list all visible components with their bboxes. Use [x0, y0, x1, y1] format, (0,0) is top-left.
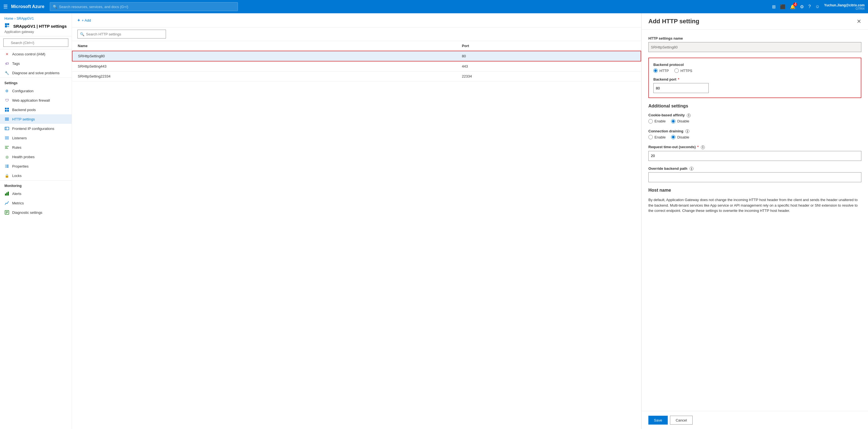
user-org: CITRIX: [824, 7, 865, 10]
panel-search-box[interactable]: 🔍: [78, 30, 166, 38]
cookie-affinity-info-icon[interactable]: ℹ: [687, 114, 691, 117]
diagnostic-icon: [4, 210, 9, 215]
drain-disable-option[interactable]: Disable: [671, 135, 689, 139]
feedback-icon[interactable]: ☺: [815, 4, 819, 9]
add-button[interactable]: + + Add: [78, 17, 91, 24]
cookie-affinity-radio-group: Enable Disable: [648, 119, 861, 123]
backend-pools-icon: [4, 107, 9, 112]
sidebar-item-label-health-probes: Health probes: [12, 155, 35, 159]
sidebar-item-http-settings[interactable]: HTTP settings: [0, 114, 72, 124]
monitoring-section-label: Monitoring: [0, 180, 72, 189]
breadcrumb-home[interactable]: Home: [4, 17, 13, 21]
protocol-https-radio[interactable]: [674, 68, 679, 73]
protocol-https-option[interactable]: HTTPS: [674, 68, 692, 73]
protocol-http-label: HTTP: [659, 69, 669, 73]
cookie-disable-radio[interactable]: [671, 119, 676, 123]
sidebar-item-tags[interactable]: 🏷 Tags: [0, 59, 72, 68]
sidebar-search-input[interactable]: [3, 38, 68, 47]
backend-port-required: *: [678, 77, 679, 81]
connection-draining-info-icon[interactable]: ℹ: [685, 129, 689, 133]
table-row[interactable]: SRHttpSetting443 443: [72, 61, 641, 72]
backend-port-input[interactable]: [653, 83, 709, 93]
global-search-box[interactable]: 🔍: [50, 2, 238, 11]
http-settings-name-group: HTTP settings name: [648, 36, 861, 52]
http-settings-name-input[interactable]: [648, 42, 861, 52]
request-timeout-group: Request time-out (seconds) * ℹ: [648, 145, 861, 161]
hamburger-menu[interactable]: ☰: [3, 4, 8, 10]
right-panel-title: Add HTTP setting: [648, 18, 699, 25]
sidebar-item-properties[interactable]: Properties: [0, 162, 72, 171]
sidebar-item-label-rules: Rules: [12, 145, 21, 149]
sidebar-item-locks[interactable]: 🔒 Locks: [0, 171, 72, 180]
panel-search-input[interactable]: [86, 32, 163, 36]
portal-icon[interactable]: ⊞: [772, 4, 776, 9]
sidebar-item-label-listeners: Listeners: [12, 136, 27, 140]
http-settings-table: Name Port SRHttpSetting80 80 SRHttpSetti…: [72, 41, 641, 81]
properties-icon: [4, 164, 9, 169]
drain-disable-label: Disable: [677, 135, 689, 139]
access-control-icon: ✕: [4, 52, 9, 57]
protocol-http-radio[interactable]: [653, 68, 658, 73]
sidebar-item-rules[interactable]: Rules: [0, 143, 72, 152]
override-backend-path-info-icon[interactable]: ℹ: [690, 167, 693, 171]
cookie-disable-option[interactable]: Disable: [671, 119, 689, 123]
metrics-icon: [4, 201, 9, 205]
save-button[interactable]: Save: [648, 416, 668, 425]
sidebar-item-frontend-ip[interactable]: Frontend IP configurations: [0, 124, 72, 133]
svg-rect-25: [5, 194, 6, 196]
drain-enable-radio[interactable]: [648, 135, 653, 139]
help-icon[interactable]: ?: [808, 4, 811, 9]
sidebar-item-label-properties: Properties: [12, 164, 29, 168]
sidebar-item-label-access: Access control (IAM): [12, 52, 45, 56]
request-timeout-input[interactable]: [648, 151, 861, 161]
sidebar-item-label-locks: Locks: [12, 174, 22, 178]
notifications-icon[interactable]: 🔔 4: [790, 4, 796, 9]
global-search-input[interactable]: [59, 5, 235, 9]
row-name: SRHttpSetting22334: [72, 72, 456, 81]
sidebar-title: SRAppGV1 | HTTP settings: [13, 24, 67, 29]
drain-enable-option[interactable]: Enable: [648, 135, 665, 139]
table-row[interactable]: SRHttpSetting22334 22334: [72, 72, 641, 81]
table-row[interactable]: SRHttpSetting80 80: [72, 51, 641, 61]
sidebar-item-configuration[interactable]: ⚙ Configuration: [0, 86, 72, 95]
user-profile[interactable]: Yuchun.Jiang@citrix.com CITRIX: [824, 3, 865, 10]
override-backend-path-group: Override backend path ℹ: [648, 167, 861, 182]
sidebar-item-waf[interactable]: 🛡 Web application firewall: [0, 95, 72, 105]
sidebar-item-diagnose[interactable]: 🔧 Diagnose and solve problems: [0, 68, 72, 78]
svg-rect-11: [5, 127, 9, 130]
cookie-enable-option[interactable]: Enable: [648, 119, 665, 123]
close-button[interactable]: ✕: [857, 18, 861, 25]
sidebar-item-listeners[interactable]: Listeners: [0, 133, 72, 143]
sidebar-item-health-probes[interactable]: ◎ Health probes: [0, 152, 72, 162]
protocol-https-label: HTTPS: [680, 69, 692, 73]
col-name-header: Name: [72, 41, 456, 51]
settings-icon[interactable]: ⚙: [800, 4, 804, 9]
sidebar-item-diagnostic[interactable]: Diagnostic settings: [0, 208, 72, 217]
sidebar-item-access-control[interactable]: ✕ Access control (IAM): [0, 49, 72, 59]
cancel-button[interactable]: Cancel: [670, 416, 693, 425]
request-timeout-info-icon[interactable]: ℹ: [701, 145, 705, 149]
cloud-shell-icon[interactable]: ⬛: [780, 4, 785, 9]
host-name-section: Host name By default, Application Gatewa…: [648, 188, 861, 213]
tags-icon: 🏷: [4, 61, 9, 66]
drain-disable-radio[interactable]: [671, 135, 676, 139]
configuration-icon: ⚙: [4, 88, 9, 93]
sidebar-item-metrics[interactable]: Metrics: [0, 198, 72, 208]
sidebar-item-label-diagnose: Diagnose and solve problems: [12, 71, 59, 75]
breadcrumb-separator: ›: [14, 17, 16, 21]
sidebar-item-backend-pools[interactable]: Backend pools: [0, 105, 72, 114]
protocol-http-option[interactable]: HTTP: [653, 68, 669, 73]
locks-icon: 🔒: [4, 173, 9, 178]
sidebar-header: Home › SRAppGV1 SRAppGV1 | HTTP settings…: [0, 13, 72, 36]
breadcrumb-resource[interactable]: SRAppGV1: [17, 17, 34, 21]
notification-count: 4: [793, 2, 797, 6]
highlighted-backend-section: Backend protocol HTTP HTTPS: [648, 58, 861, 98]
sidebar-item-alerts[interactable]: Alerts: [0, 189, 72, 198]
settings-section-label: Settings: [0, 78, 72, 86]
sidebar-item-label-metrics: Metrics: [12, 201, 24, 205]
drain-enable-label: Enable: [654, 135, 665, 139]
override-backend-path-input[interactable]: [648, 172, 861, 182]
panel-search-container: 🔍: [72, 27, 641, 41]
cookie-enable-radio[interactable]: [648, 119, 653, 123]
sidebar-title-icon: [4, 23, 11, 29]
